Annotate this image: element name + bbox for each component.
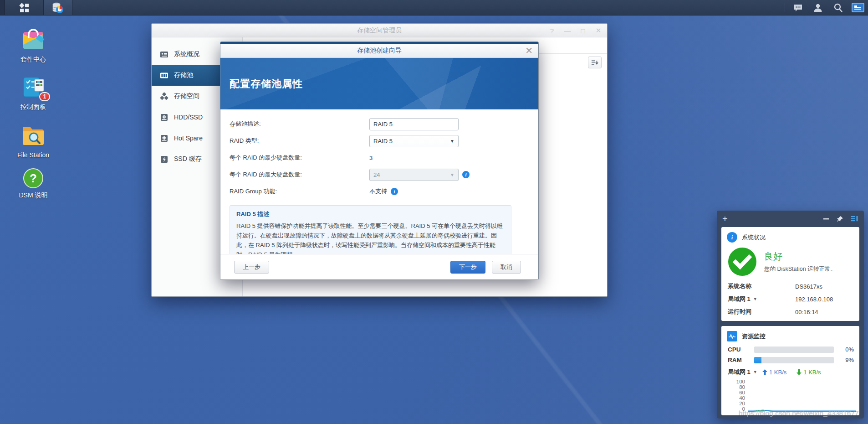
raid-group-label: RAID Group 功能:: [230, 187, 369, 196]
user-menu-button[interactable]: [808, 0, 828, 15]
taskbar: [0, 0, 868, 16]
system-info-row: 运行时间 00:16:14: [721, 305, 859, 318]
raid-description-title: RAID 5 描述: [236, 210, 505, 218]
desktop-icon-label: 套件中心: [8, 56, 58, 64]
storage-pool-icon: [160, 71, 168, 80]
sort-button[interactable]: [588, 57, 602, 68]
desktop-icon-label: File Station: [8, 151, 58, 159]
max-disks-info-icon[interactable]: i: [462, 171, 470, 178]
raid-type-select[interactable]: RAID 5 ▼: [369, 135, 459, 147]
window-minimize-button[interactable]: —: [563, 27, 572, 35]
pin-icon: [837, 216, 843, 222]
taskbar-separator: [785, 3, 785, 12]
sort-icon: [591, 59, 598, 66]
lan-ip-value: 192.168.0.108: [795, 296, 833, 303]
resource-monitor-widget: 资源监控 CPU 0% RAM 9% 局域网 1▼ 1 KB/s: [721, 326, 859, 415]
chevron-down-icon: ▼: [450, 139, 454, 144]
sidebar-item-label: 存储池: [174, 71, 193, 79]
desktop-icon-label: 控制面板: [8, 103, 58, 111]
network-chart: 100 80 60 40 20 0: [721, 377, 859, 412]
uptime-label: 运行时间: [728, 308, 751, 316]
network-row: 局域网 1▼ 1 KB/s 1 KB/s: [721, 365, 859, 377]
pin-widgets-button[interactable]: [837, 216, 843, 222]
system-status-text: 良好: [764, 250, 836, 263]
raid-type-label: RAID 类型:: [230, 137, 369, 145]
add-widget-button[interactable]: +: [722, 214, 728, 224]
sidebar-item-label: Hot Spare: [174, 134, 203, 142]
pool-description-input[interactable]: [369, 118, 459, 130]
chevron-down-icon[interactable]: ▼: [753, 370, 757, 374]
grid-icon: [20, 3, 29, 12]
control-panel-icon: 1: [20, 74, 46, 100]
dialog-close-button[interactable]: ✕: [525, 46, 533, 55]
desktop-icon-dsm-help[interactable]: ? DSM 说明: [8, 168, 58, 200]
dialog-titlebar[interactable]: 存储池创建向导 ✕: [220, 44, 538, 58]
window-maximize-button[interactable]: □: [579, 27, 587, 35]
min-disks-label: 每个 RAID 的最少硬盘数量:: [230, 154, 369, 162]
widgets-toggle-button[interactable]: [848, 0, 868, 15]
dialog-banner: 配置存储池属性: [220, 58, 538, 109]
raid-type-value: RAID 5: [373, 138, 393, 145]
lan-label: 局域网 1: [728, 295, 751, 303]
search-icon: [832, 2, 843, 13]
desktop-icon-control-panel[interactable]: 1 控制面板: [8, 74, 58, 111]
main-menu-button[interactable]: [5, 0, 43, 15]
upload-value: 1 KB/s: [769, 369, 786, 376]
window-title: 存储空间管理员: [152, 26, 607, 35]
max-disks-select-disabled: 24 ▼: [369, 169, 459, 181]
system-name-label: 系统名称: [728, 282, 751, 290]
storage-pool-wizard-dialog: 存储池创建向导 ✕ 配置存储池属性 存储池描述: RAID 类型: RAID 5…: [220, 41, 539, 280]
system-info-row: 局域网 1▼ 192.168.0.108: [721, 293, 859, 305]
back-button[interactable]: 上一步: [234, 261, 269, 274]
taskbar-storage-manager-button[interactable]: [43, 0, 72, 15]
chevron-down-icon: ▼: [450, 172, 454, 177]
chevron-down-icon[interactable]: ▼: [753, 297, 757, 301]
raid-group-value: 不支持: [369, 187, 387, 196]
ram-label: RAM: [728, 357, 754, 363]
system-health-title: 系统状况: [742, 233, 766, 242]
widgets-layout-button[interactable]: [851, 216, 858, 222]
cancel-button[interactable]: 取消: [492, 261, 521, 274]
watermark-text: https://blog.csdn.net/weixin_43381677: [739, 409, 859, 417]
raid-group-info-icon[interactable]: i: [391, 188, 398, 195]
cpu-row: CPU 0%: [721, 344, 859, 355]
sidebar-item-label: SSD 缓存: [174, 155, 202, 163]
user-icon: [812, 2, 823, 13]
next-button[interactable]: 下一步: [450, 261, 485, 274]
ram-row: RAM 9%: [721, 355, 859, 365]
volume-cubes-icon: [160, 92, 168, 101]
desktop-icon-package-center[interactable]: 套件中心: [8, 26, 58, 64]
ram-meter: [754, 357, 834, 363]
desktop: 套件中心 1 控制面板 File Station: [0, 0, 868, 424]
system-health-widget: i 系统状况 良好 您的 DiskStation 运转正常。 系统名称 DS36…: [721, 227, 859, 321]
download-arrow-icon: [797, 369, 802, 375]
system-health-icon: i: [727, 232, 737, 243]
max-disks-value: 24: [373, 171, 380, 178]
window-titlebar[interactable]: 存储空间管理员 ? — □ ✕: [152, 24, 607, 37]
window-help-button[interactable]: ?: [548, 27, 556, 35]
y-tick: 100: [736, 379, 745, 384]
ssd-cache-icon: [160, 155, 168, 164]
minimize-icon: [823, 216, 829, 222]
show-desktop-strip[interactable]: [0, 0, 5, 15]
sidebar-item-label: HDD/SSD: [174, 114, 203, 121]
desktop-icon-label: DSM 说明: [8, 191, 58, 200]
chart-plot-area: [748, 379, 856, 412]
desktop-icon-file-station[interactable]: File Station: [8, 122, 58, 159]
upload-arrow-icon: [762, 369, 767, 375]
widgets-icon: [852, 3, 864, 12]
ram-bar-fill: [754, 357, 761, 363]
collapse-widgets-button[interactable]: [823, 216, 829, 222]
window-close-button[interactable]: ✕: [594, 26, 602, 35]
hot-spare-icon: [160, 134, 168, 143]
search-button[interactable]: [828, 0, 848, 15]
panel-layout-icon: [851, 216, 858, 222]
notifications-button[interactable]: [788, 0, 808, 15]
widgets-panel-header: +: [717, 211, 864, 227]
file-station-icon: [20, 122, 46, 149]
net-lan-label: 局域网 1: [728, 368, 751, 376]
dialog-footer: 上一步 下一步 取消: [220, 254, 538, 279]
ram-value: 9%: [838, 357, 854, 363]
y-tick: 60: [739, 390, 745, 395]
cpu-value: 0%: [838, 346, 854, 353]
